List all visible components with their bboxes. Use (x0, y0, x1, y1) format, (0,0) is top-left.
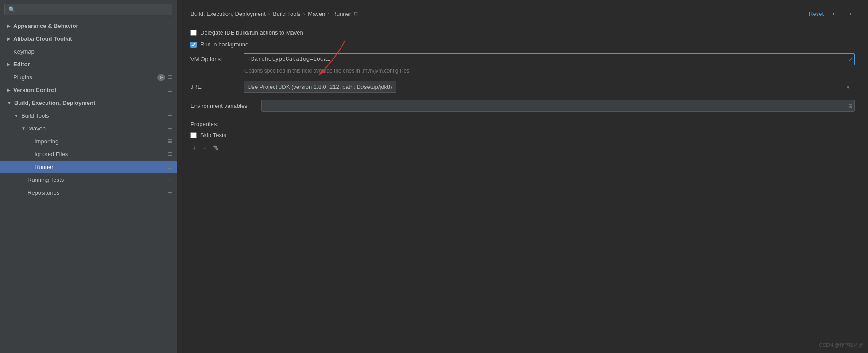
delegate-checkbox-row: Delegate IDE build/run actions to Maven (190, 29, 855, 36)
sidebar-item-label: Plugins (13, 74, 157, 81)
expand-arrow: ▶ (7, 62, 11, 67)
watermark: CSDN @程序猿的酒 (819, 342, 864, 349)
content-panel: Build, Execution, Deployment › Build Too… (177, 0, 868, 353)
vm-options-input-wrap: ⤢ (244, 53, 855, 65)
breadcrumb-build-exec[interactable]: Build, Execution, Deployment (190, 11, 266, 17)
settings-icon: ☰ (168, 74, 172, 80)
settings-icon: ☰ (168, 177, 172, 183)
sidebar-item-label: Version Control (13, 87, 168, 93)
sidebar-item-version-control[interactable]: ▶ Version Control ☰ (0, 84, 177, 96)
sidebar-item-alibaba[interactable]: ▶ Alibaba Cloud Toolkit (0, 32, 177, 45)
sidebar: ▶ Appearance & Behavior ☰ ▶ Alibaba Clou… (0, 0, 177, 353)
sidebar-item-ignored-files[interactable]: ▶ Ignored Files ☰ (0, 148, 177, 161)
main-container: ▶ Appearance & Behavior ☰ ▶ Alibaba Clou… (0, 0, 868, 353)
jre-row: JRE: Use Project JDK (version 1.8.0_212,… (190, 81, 855, 93)
skip-tests-checkbox-row: Skip Tests (190, 132, 855, 138)
delegate-checkbox[interactable] (190, 30, 197, 36)
breadcrumb-build-tools[interactable]: Build Tools (273, 11, 301, 17)
sidebar-item-label: Keymap (13, 48, 172, 55)
jre-select-wrap: Use Project JDK (version 1.8.0_212, path… (244, 81, 855, 93)
sidebar-item-editor[interactable]: ▶ Editor (0, 58, 177, 71)
settings-icon: ☰ (168, 126, 172, 131)
settings-icon: ☰ (168, 190, 172, 196)
jre-label: JRE: (190, 84, 244, 90)
nav-back-button[interactable]: ← (830, 9, 841, 19)
sidebar-item-label: Importing (35, 138, 168, 145)
sidebar-item-label: Editor (13, 61, 172, 68)
sidebar-item-label: Repositories (27, 189, 168, 196)
env-expand-button[interactable]: ⊞ (849, 103, 853, 109)
run-background-checkbox[interactable] (190, 42, 197, 48)
add-property-button[interactable]: + (190, 144, 198, 153)
env-vars-label: Environment variables: (190, 103, 261, 109)
properties-label: Properties: (190, 121, 855, 127)
skip-tests-checkbox[interactable] (190, 132, 197, 138)
sidebar-item-importing[interactable]: ▶ Importing ☰ (0, 135, 177, 148)
expand-arrow: ▶ (7, 88, 11, 92)
search-bar (0, 0, 177, 19)
sidebar-item-build-exec-deploy[interactable]: ▼ Build, Execution, Deployment (0, 96, 177, 109)
plugins-badge: 9 (157, 74, 165, 81)
sidebar-item-label: Alibaba Cloud Toolkit (13, 35, 172, 42)
sidebar-item-maven[interactable]: ▼ Maven ☰ (0, 122, 177, 135)
jre-select[interactable]: Use Project JDK (version 1.8.0_212, path… (244, 81, 396, 93)
run-background-checkbox-row: Run in background (190, 41, 855, 48)
vm-options-hint: Options specified in this field override… (244, 68, 855, 74)
settings-icon: ☰ (168, 164, 172, 170)
nav-forward-button[interactable]: → (844, 9, 855, 19)
expand-arrow: ▼ (7, 100, 12, 105)
expand-arrow: ▶ (7, 23, 11, 28)
sidebar-item-label: Runner (35, 164, 168, 170)
sidebar-item-label: Running Tests (27, 176, 168, 183)
breadcrumb-sep-2: › (303, 11, 305, 17)
window-icon[interactable]: ⊟ (354, 11, 358, 17)
edit-property-button[interactable]: ✎ (211, 144, 221, 153)
search-input[interactable] (4, 4, 172, 15)
run-background-label[interactable]: Run in background (200, 41, 248, 48)
sidebar-item-label: Appearance & Behavior (13, 23, 168, 29)
sidebar-item-label: Build, Execution, Deployment (14, 100, 172, 106)
sidebar-item-label: Maven (28, 125, 168, 132)
breadcrumb: Build, Execution, Deployment › Build Too… (190, 9, 855, 19)
settings-icon: ☰ (168, 151, 172, 157)
breadcrumb-sep-3: › (328, 11, 329, 17)
delegate-label[interactable]: Delegate IDE build/run actions to Maven (200, 29, 303, 36)
settings-icon: ☰ (168, 23, 172, 29)
vm-expand-button[interactable]: ⤢ (849, 56, 853, 62)
expand-arrow: ▶ (7, 36, 11, 41)
sidebar-item-label: Ignored Files (35, 151, 168, 157)
env-vars-input[interactable] (261, 100, 855, 112)
sidebar-item-build-tools[interactable]: ▼ Build Tools ☰ (0, 109, 177, 122)
skip-tests-label[interactable]: Skip Tests (200, 132, 226, 138)
sidebar-item-runner[interactable]: ▶ Runner ☰ (0, 161, 177, 173)
sidebar-item-plugins[interactable]: ▶ Plugins 9 ☰ (0, 71, 177, 84)
vm-options-label: VM Options: (190, 56, 244, 62)
sidebar-item-running-tests[interactable]: ▶ Running Tests ☰ (0, 173, 177, 186)
vm-options-input[interactable] (244, 53, 855, 65)
remove-property-button[interactable]: − (201, 144, 208, 153)
breadcrumb-actions: Reset ← → (806, 9, 855, 19)
env-vars-row: Environment variables: ⊞ (190, 100, 855, 112)
vm-options-row: VM Options: ⤢ (190, 53, 855, 65)
expand-arrow: ▼ (21, 126, 26, 131)
breadcrumb-runner: Runner (333, 11, 352, 17)
settings-icon: ☰ (168, 87, 172, 93)
breadcrumb-sep-1: › (268, 11, 270, 17)
breadcrumb-maven[interactable]: Maven (308, 11, 325, 17)
sidebar-item-label: Build Tools (21, 112, 168, 119)
sidebar-item-repositories[interactable]: ▶ Repositories ☰ (0, 186, 177, 199)
expand-arrow: ▼ (14, 113, 19, 118)
sidebar-item-keymap[interactable]: ▶ Keymap (0, 45, 177, 58)
settings-icon: ☰ (168, 138, 172, 144)
sidebar-item-appearance[interactable]: ▶ Appearance & Behavior ☰ (0, 19, 177, 32)
properties-toolbar: + − ✎ (190, 144, 855, 153)
env-input-wrap: ⊞ (261, 100, 855, 112)
reset-button[interactable]: Reset (806, 10, 826, 18)
settings-icon: ☰ (168, 113, 172, 119)
